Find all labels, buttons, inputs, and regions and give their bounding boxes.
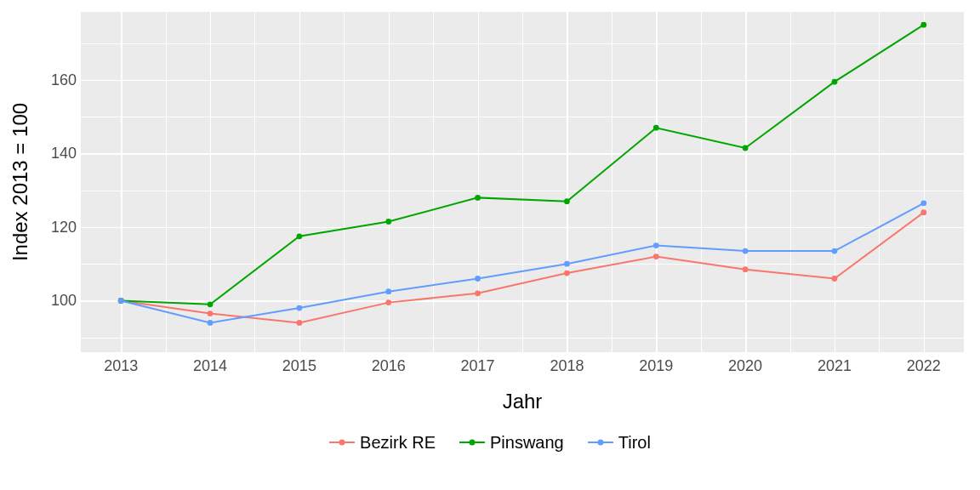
y-tick-label: 100 (26, 292, 77, 310)
data-point (385, 219, 391, 225)
x-tick-label: 2022 (907, 357, 941, 375)
x-tick-label: 2019 (639, 357, 673, 375)
legend-label: Pinswang (490, 433, 564, 453)
legend-item: Bezirk RE (329, 432, 436, 453)
legend-label: Tirol (618, 433, 651, 453)
data-point (832, 79, 838, 85)
legend: Bezirk REPinswangTirol (0, 432, 980, 453)
x-tick-label: 2017 (461, 357, 495, 375)
data-point (385, 288, 391, 294)
series-line (121, 213, 924, 323)
data-point (743, 248, 749, 254)
data-point (743, 145, 749, 151)
data-point (296, 305, 302, 311)
legend-key-icon (459, 432, 485, 453)
x-tick-label: 2015 (282, 357, 316, 375)
data-point (296, 320, 302, 326)
data-point (832, 248, 838, 254)
x-tick-label: 2013 (104, 357, 138, 375)
data-point (832, 276, 838, 282)
data-point (208, 301, 214, 307)
data-point (385, 299, 391, 305)
legend-item: Tirol (588, 432, 651, 453)
series-line (121, 203, 924, 323)
data-point (564, 271, 570, 276)
data-point (653, 125, 659, 131)
x-tick-label: 2018 (550, 357, 584, 375)
y-axis-title: Index 2013 = 100 (9, 103, 32, 261)
line-chart: Index 2013 = 100 Jahr Bezirk REPinswangT… (0, 0, 980, 490)
data-point (208, 320, 214, 326)
legend-item: Pinswang (459, 432, 564, 453)
data-point (564, 198, 570, 204)
x-tick-label: 2021 (818, 357, 852, 375)
data-point (743, 266, 749, 272)
y-tick-label: 160 (26, 71, 77, 89)
legend-key-icon (329, 432, 355, 453)
x-tick-label: 2016 (372, 357, 406, 375)
series-line (121, 25, 924, 305)
data-point (296, 233, 302, 239)
x-axis-title: Jahr (503, 390, 543, 413)
data-point (475, 195, 481, 201)
data-point (118, 298, 124, 304)
plot-svg (81, 12, 964, 352)
data-point (920, 209, 926, 215)
data-point (920, 200, 926, 206)
y-tick-label: 120 (26, 218, 77, 236)
data-point (208, 311, 214, 316)
data-point (653, 254, 659, 259)
data-point (564, 261, 570, 267)
data-point (475, 290, 481, 296)
data-point (920, 22, 926, 28)
x-tick-label: 2020 (728, 357, 762, 375)
x-tick-label: 2014 (193, 357, 227, 375)
legend-key-icon (588, 432, 613, 453)
data-point (653, 242, 659, 248)
data-point (475, 276, 481, 282)
plot-panel (81, 12, 964, 352)
y-tick-label: 140 (26, 145, 77, 162)
legend-label: Bezirk RE (360, 433, 436, 453)
